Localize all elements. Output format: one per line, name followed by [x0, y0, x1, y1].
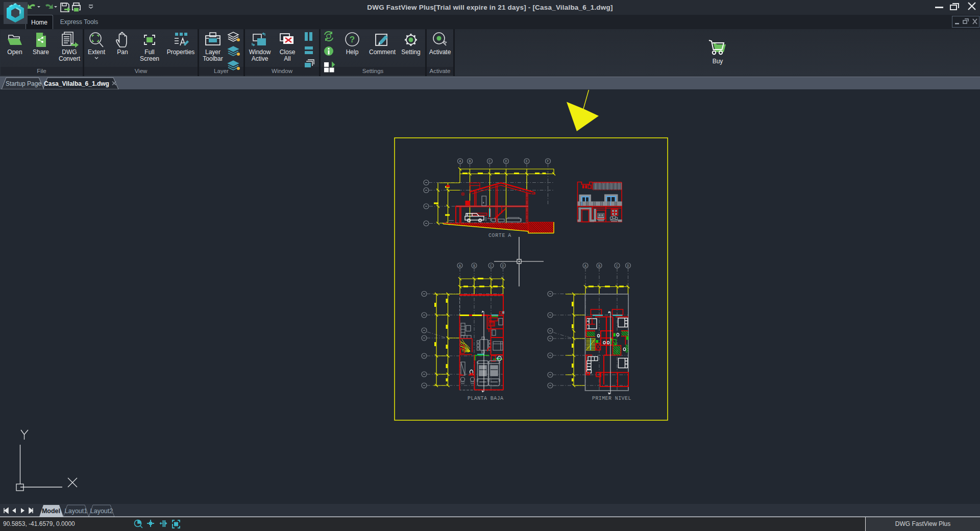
svg-text:PLANTA BAJA: PLANTA BAJA: [468, 396, 503, 401]
svg-text:A: A: [584, 264, 586, 268]
svg-text:Startup Page: Startup Page: [6, 80, 41, 87]
svg-text:PRIMER NIVEL: PRIMER NIVEL: [592, 396, 631, 401]
svg-text:D: D: [627, 264, 629, 268]
svg-text:Layout1: Layout1: [65, 508, 88, 515]
svg-text:A: A: [459, 160, 461, 163]
svg-text:Model: Model: [42, 508, 60, 515]
svg-text:?: ?: [350, 35, 355, 44]
svg-text:B: B: [473, 264, 475, 268]
svg-text:E: E: [526, 160, 528, 163]
svg-text:Layout2: Layout2: [90, 508, 113, 515]
svg-text:C: C: [616, 264, 618, 268]
svg-text:D: D: [502, 264, 504, 268]
svg-text:C: C: [490, 264, 492, 268]
svg-text:Casa_Vilalba_6_1.dwg: Casa_Vilalba_6_1.dwg: [44, 80, 109, 87]
svg-text:F: F: [547, 160, 549, 163]
svg-text:A: A: [459, 264, 461, 268]
svg-text:D: D: [505, 160, 507, 163]
svg-text:B: B: [469, 160, 471, 163]
svg-text:CORTE A: CORTE A: [488, 233, 511, 238]
svg-text:C: C: [489, 160, 491, 163]
svg-text:B: B: [598, 264, 600, 268]
